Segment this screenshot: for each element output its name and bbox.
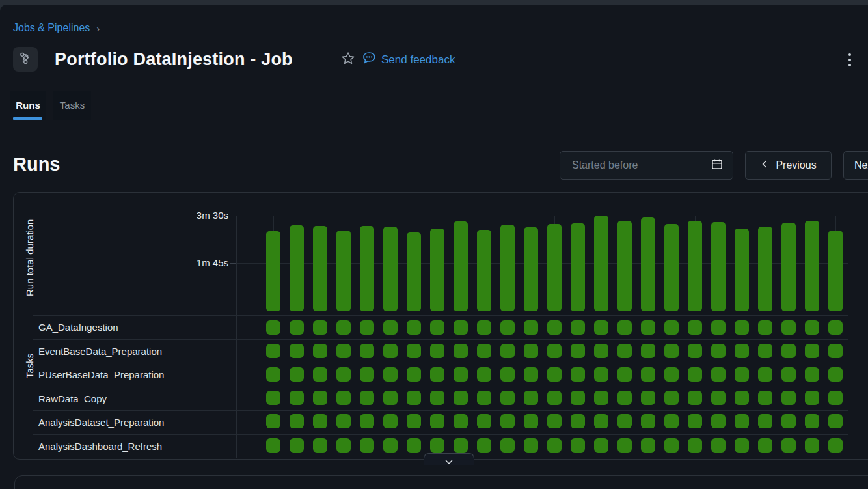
task-run-status-cell[interactable] — [313, 438, 327, 453]
task-run-status-cell[interactable] — [430, 367, 444, 382]
task-run-status-cell[interactable] — [828, 438, 843, 453]
task-run-status-cell[interactable] — [407, 414, 421, 428]
task-run-status-cell[interactable] — [688, 320, 702, 335]
task-run-status-cell[interactable] — [290, 367, 304, 382]
run-duration-bar[interactable] — [641, 217, 655, 311]
task-run-status-cell[interactable] — [805, 438, 819, 453]
task-run-status-cell[interactable] — [758, 391, 772, 405]
task-run-status-cell[interactable] — [500, 438, 515, 453]
task-run-status-cell[interactable] — [524, 438, 538, 453]
task-run-status-cell[interactable] — [524, 344, 538, 358]
task-run-status-cell[interactable] — [571, 344, 585, 358]
run-duration-bar[interactable] — [781, 223, 796, 311]
task-run-status-cell[interactable] — [735, 391, 749, 405]
task-run-status-cell[interactable] — [617, 367, 632, 382]
task-run-status-cell[interactable] — [547, 391, 562, 405]
task-run-status-cell[interactable] — [290, 391, 304, 405]
task-run-status-cell[interactable] — [266, 344, 280, 358]
task-run-status-cell[interactable] — [641, 438, 655, 453]
task-run-status-cell[interactable] — [594, 438, 608, 453]
task-run-status-cell[interactable] — [290, 320, 304, 335]
task-run-status-cell[interactable] — [805, 344, 819, 358]
task-run-status-cell[interactable] — [313, 344, 327, 358]
collapse-chart-handle[interactable] — [424, 453, 474, 465]
run-duration-bar[interactable] — [524, 227, 538, 311]
run-duration-bar[interactable] — [266, 231, 280, 311]
task-run-status-cell[interactable] — [524, 414, 538, 428]
task-run-status-cell[interactable] — [641, 344, 655, 358]
task-run-status-cell[interactable] — [454, 320, 468, 335]
run-duration-bar[interactable] — [594, 216, 608, 311]
task-run-status-cell[interactable] — [711, 438, 726, 453]
task-run-status-cell[interactable] — [290, 414, 304, 428]
task-run-status-cell[interactable] — [805, 367, 819, 382]
task-run-status-cell[interactable] — [758, 320, 772, 335]
task-run-status-cell[interactable] — [477, 438, 491, 453]
task-run-status-cell[interactable] — [383, 367, 398, 382]
task-run-status-cell[interactable] — [781, 344, 796, 358]
task-run-status-cell[interactable] — [430, 438, 444, 453]
task-run-status-cell[interactable] — [571, 414, 585, 428]
task-run-status-cell[interactable] — [758, 414, 772, 428]
task-run-status-cell[interactable] — [360, 320, 374, 335]
task-run-status-cell[interactable] — [524, 320, 538, 335]
task-run-status-cell[interactable] — [547, 344, 562, 358]
task-run-status-cell[interactable] — [454, 344, 468, 358]
run-duration-bar[interactable] — [454, 221, 468, 311]
task-run-status-cell[interactable] — [688, 344, 702, 358]
task-run-status-cell[interactable] — [594, 344, 608, 358]
task-run-status-cell[interactable] — [383, 414, 398, 428]
task-run-status-cell[interactable] — [805, 414, 819, 428]
task-run-status-cell[interactable] — [430, 344, 444, 358]
task-run-status-cell[interactable] — [617, 438, 632, 453]
task-run-status-cell[interactable] — [454, 367, 468, 382]
task-run-status-cell[interactable] — [407, 344, 421, 358]
task-run-status-cell[interactable] — [758, 438, 772, 453]
task-run-status-cell[interactable] — [407, 320, 421, 335]
task-run-status-cell[interactable] — [828, 367, 843, 382]
task-run-status-cell[interactable] — [781, 414, 796, 428]
previous-page-button[interactable]: Previous — [745, 151, 832, 180]
task-run-status-cell[interactable] — [454, 391, 468, 405]
run-duration-bar[interactable] — [500, 225, 515, 311]
task-run-status-cell[interactable] — [711, 344, 726, 358]
run-duration-bar[interactable] — [360, 226, 374, 311]
task-run-status-cell[interactable] — [360, 344, 374, 358]
task-run-status-cell[interactable] — [313, 391, 327, 405]
task-run-status-cell[interactable] — [711, 367, 726, 382]
run-duration-bar[interactable] — [407, 232, 421, 311]
tab-tasks[interactable]: Tasks — [53, 91, 91, 120]
task-run-status-cell[interactable] — [735, 344, 749, 358]
favorite-star-button[interactable] — [339, 51, 357, 69]
task-run-status-cell[interactable] — [664, 344, 679, 358]
task-run-status-cell[interactable] — [664, 438, 679, 453]
run-duration-bar[interactable] — [664, 224, 679, 311]
task-run-status-cell[interactable] — [430, 414, 444, 428]
run-duration-bar[interactable] — [617, 221, 632, 311]
task-run-status-cell[interactable] — [664, 367, 679, 382]
task-run-status-cell[interactable] — [594, 320, 608, 335]
task-run-status-cell[interactable] — [641, 414, 655, 428]
task-run-status-cell[interactable] — [524, 391, 538, 405]
task-run-status-cell[interactable] — [828, 414, 843, 428]
run-duration-bar[interactable] — [571, 223, 585, 311]
task-run-status-cell[interactable] — [571, 438, 585, 453]
task-run-status-cell[interactable] — [360, 391, 374, 405]
task-run-status-cell[interactable] — [617, 320, 632, 335]
task-run-status-cell[interactable] — [547, 438, 562, 453]
task-run-status-cell[interactable] — [383, 320, 398, 335]
task-run-status-cell[interactable] — [313, 320, 327, 335]
task-run-status-cell[interactable] — [664, 320, 679, 335]
run-duration-bar[interactable] — [828, 231, 843, 311]
task-run-status-cell[interactable] — [336, 320, 351, 335]
task-run-status-cell[interactable] — [313, 414, 327, 428]
task-run-status-cell[interactable] — [735, 414, 749, 428]
task-run-status-cell[interactable] — [336, 438, 351, 453]
task-run-status-cell[interactable] — [360, 367, 374, 382]
task-run-status-cell[interactable] — [266, 391, 280, 405]
run-duration-bar[interactable] — [313, 226, 327, 311]
run-duration-bar[interactable] — [805, 221, 819, 311]
task-run-status-cell[interactable] — [290, 438, 304, 453]
task-run-status-cell[interactable] — [454, 438, 468, 453]
task-run-status-cell[interactable] — [407, 367, 421, 382]
